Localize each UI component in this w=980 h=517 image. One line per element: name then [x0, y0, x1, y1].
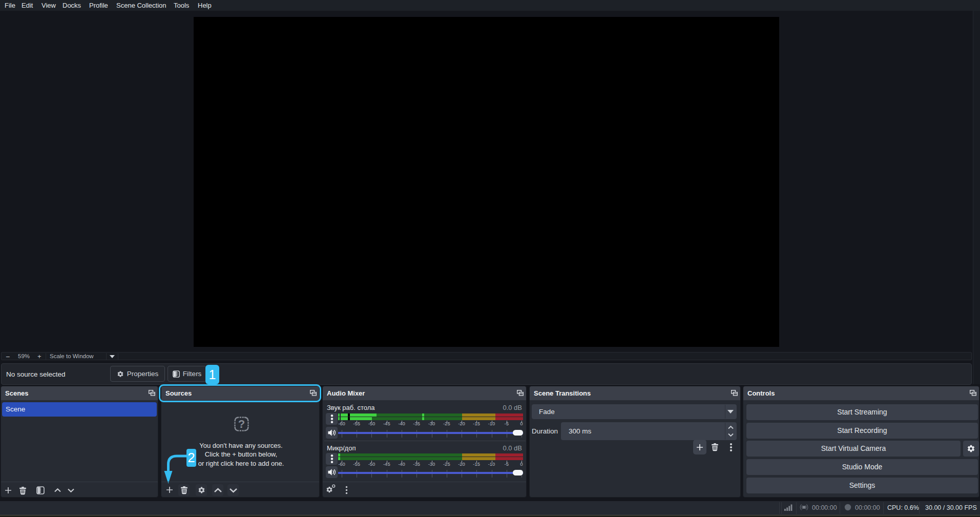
- svg-text:?: ?: [238, 418, 245, 430]
